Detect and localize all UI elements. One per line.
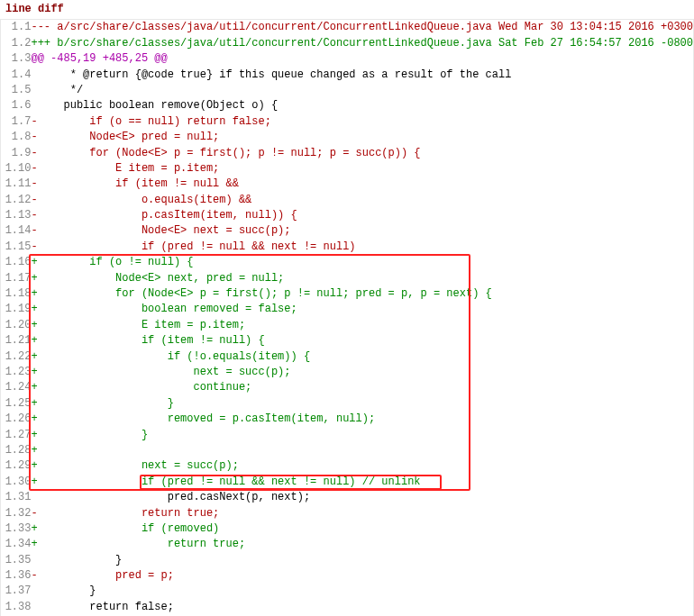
code-line: @@ -485,19 +485,25 @@ <box>31 51 693 67</box>
line-number: 1.36 <box>1 568 31 584</box>
code-line: } <box>31 553 693 568</box>
diff-row: 1.1--- a/src/share/classes/java/util/con… <box>1 20 693 35</box>
diff-row: 1.27+ } <box>1 428 693 443</box>
line-number: 1.17 <box>1 271 31 286</box>
code-line: + next = succ(p); <box>31 365 693 380</box>
diff-row: 1.20+ E item = p.item; <box>1 318 693 333</box>
code-line: + return true; <box>31 537 693 552</box>
line-number: 1.11 <box>1 177 31 192</box>
diff-row: 1.6 public boolean remove(Object o) { <box>1 98 693 113</box>
line-number: 1.35 <box>1 553 31 568</box>
line-number: 1.25 <box>1 396 31 412</box>
line-number: 1.24 <box>1 380 31 395</box>
code-line: + if (!o.equals(item)) { <box>31 349 693 365</box>
code-line: + next = succ(p); <box>31 458 693 474</box>
line-number: 1.19 <box>1 302 31 317</box>
diff-row: 1.8- Node<E> pred = null; <box>1 130 693 145</box>
code-line: + boolean removed = false; <box>31 302 693 317</box>
line-number: 1.12 <box>1 193 31 208</box>
line-number: 1.31 <box>1 490 31 505</box>
diff-row: 1.28+ <box>1 443 693 458</box>
line-number: 1.26 <box>1 412 31 427</box>
diff-row: 1.13- p.casItem(item, null)) { <box>1 208 693 223</box>
diff-row: 1.18+ for (Node<E> p = first(); p != nul… <box>1 286 693 302</box>
code-line: + if (pred != null && next != null) // u… <box>31 475 693 490</box>
diff-row: 1.7- if (o == null) return false; <box>1 114 693 130</box>
line-number: 1.9 <box>1 146 31 161</box>
diff-row: 1.21+ if (item != null) { <box>1 333 693 349</box>
diff-container: line diff 1.1--- a/src/share/classes/jav… <box>0 0 694 616</box>
diff-row: 1.38 return false; <box>1 600 693 615</box>
line-number: 1.32 <box>1 506 31 521</box>
code-line: pred.casNext(p, next); <box>31 490 693 505</box>
line-number: 1.10 <box>1 161 31 177</box>
diff-row: 1.30+ if (pred != null && next != null) … <box>1 475 693 490</box>
line-number: 1.23 <box>1 365 31 380</box>
diff-row: 1.3@@ -485,19 +485,25 @@ <box>1 51 693 67</box>
diff-row: 1.36- pred = p; <box>1 568 693 584</box>
code-line: + if (removed) <box>31 521 693 537</box>
diff-row: 1.37 } <box>1 584 693 599</box>
diff-row: 1.34+ return true; <box>1 537 693 552</box>
line-number: 1.13 <box>1 208 31 223</box>
code-line: public boolean remove(Object o) { <box>31 98 693 113</box>
code-line: + if (item != null) { <box>31 333 693 349</box>
diff-row: 1.14- Node<E> next = succ(p); <box>1 223 693 239</box>
diff-row: 1.25+ } <box>1 396 693 412</box>
line-number: 1.38 <box>1 600 31 615</box>
line-number: 1.27 <box>1 428 31 443</box>
code-line: + for (Node<E> p = first(); p != null; p… <box>31 286 693 302</box>
diff-title: line diff <box>0 0 694 19</box>
code-line: - for (Node<E> p = first(); p != null; p… <box>31 146 693 161</box>
diff-row: 1.12- o.equals(item) && <box>1 193 693 208</box>
code-line: + removed = p.casItem(item, null); <box>31 412 693 427</box>
code-line: - pred = p; <box>31 568 693 584</box>
diff-row: 1.10- E item = p.item; <box>1 161 693 177</box>
line-number: 1.8 <box>1 130 31 145</box>
diff-row: 1.31 pred.casNext(p, next); <box>1 490 693 505</box>
diff-row: 1.32- return true; <box>1 506 693 521</box>
diff-row: 1.17+ Node<E> next, pred = null; <box>1 271 693 286</box>
code-line: } <box>31 584 693 599</box>
code-line: - Node<E> next = succ(p); <box>31 223 693 239</box>
line-number: 1.6 <box>1 98 31 113</box>
line-number: 1.37 <box>1 584 31 599</box>
diff-row: 1.9- for (Node<E> p = first(); p != null… <box>1 146 693 161</box>
line-number: 1.34 <box>1 537 31 552</box>
diff-row: 1.5 */ <box>1 83 693 98</box>
code-line: + E item = p.item; <box>31 318 693 333</box>
diff-row: 1.11- if (item != null && <box>1 177 693 192</box>
code-line: - E item = p.item; <box>31 161 693 177</box>
line-number: 1.1 <box>1 20 31 35</box>
code-line: + <box>31 443 693 458</box>
diff-row: 1.23+ next = succ(p); <box>1 365 693 380</box>
diff-row: 1.19+ boolean removed = false; <box>1 302 693 317</box>
code-line: - o.equals(item) && <box>31 193 693 208</box>
line-number: 1.33 <box>1 521 31 537</box>
line-number: 1.20 <box>1 318 31 333</box>
code-line: + } <box>31 428 693 443</box>
code-line: - if (pred != null && next != null) <box>31 240 693 255</box>
code-line: - if (o == null) return false; <box>31 114 693 130</box>
diff-row: 1.33+ if (removed) <box>1 521 693 537</box>
line-number: 1.4 <box>1 68 31 83</box>
diff-row: 1.15- if (pred != null && next != null) <box>1 240 693 255</box>
diff-row: 1.4 * @return {@code true} if this queue… <box>1 68 693 83</box>
line-number: 1.29 <box>1 458 31 474</box>
line-number: 1.3 <box>1 51 31 67</box>
diff-row: 1.29+ next = succ(p); <box>1 458 693 474</box>
line-number: 1.5 <box>1 83 31 98</box>
diff-row: 1.2+++ b/src/share/classes/java/util/con… <box>1 36 693 51</box>
diff-row: 1.35 } <box>1 553 693 568</box>
line-number: 1.21 <box>1 333 31 349</box>
diff-row: 1.24+ continue; <box>1 380 693 395</box>
code-line: - if (item != null && <box>31 177 693 192</box>
code-line: + if (o != null) { <box>31 255 693 270</box>
code-line: * @return {@code true} if this queue cha… <box>31 68 693 83</box>
code-line: return false; <box>31 600 693 615</box>
code-line: */ <box>31 83 693 98</box>
line-number: 1.30 <box>1 475 31 490</box>
code-line: + continue; <box>31 380 693 395</box>
diff-table: 1.1--- a/src/share/classes/java/util/con… <box>0 19 694 616</box>
line-number: 1.7 <box>1 114 31 130</box>
